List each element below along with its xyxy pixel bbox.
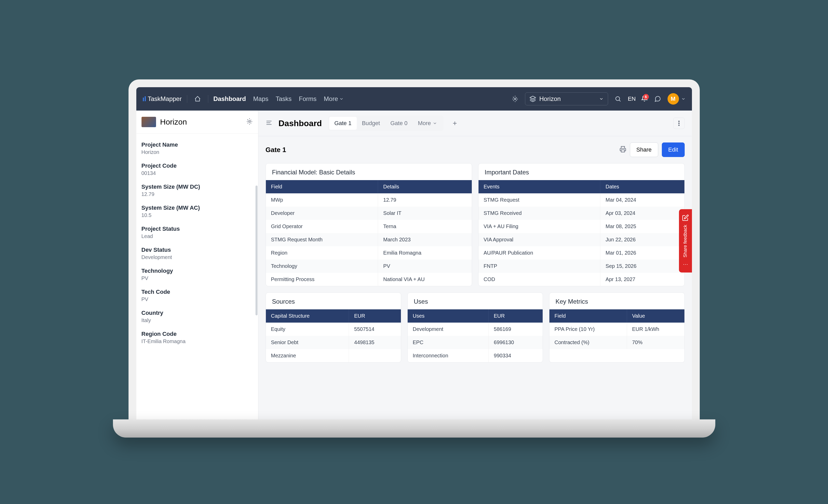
field-value: 10.5 [141, 212, 253, 218]
field-label: Country [141, 309, 253, 317]
nav-maps[interactable]: Maps [253, 95, 268, 102]
search-icon [615, 95, 621, 102]
table-row: Permitting ProcessNational VIA + AU [266, 273, 472, 286]
divider [187, 95, 187, 103]
chat-button[interactable] [653, 94, 662, 103]
chat-icon [654, 95, 661, 102]
field-block: System Size (MW AC)10.5 [141, 201, 253, 222]
card-title: Uses [408, 293, 543, 309]
table-row: RegionEmilia Romagna [266, 246, 472, 259]
user-menu[interactable]: M [667, 93, 686, 104]
feedback-label: Share feedback [682, 225, 688, 257]
tab-gate-1[interactable]: Gate 1 [329, 117, 357, 130]
table-row: FNTPSep 15, 2026 [479, 259, 685, 273]
scrollbar[interactable] [255, 185, 257, 315]
col-header: Field [266, 180, 378, 193]
add-tab-button[interactable]: + [450, 118, 460, 128]
field-label: System Size (MW DC) [141, 183, 253, 190]
search-button[interactable] [613, 94, 623, 103]
card-sources: Sources Capital Structure EUR Equity5507… [265, 292, 401, 363]
table-row: STMG ReceivedApr 03, 2024 [479, 207, 685, 220]
project-selector[interactable]: Horizon [525, 92, 608, 106]
gear-icon [512, 95, 519, 102]
nav-more[interactable]: More [324, 95, 344, 102]
field-label: Project Status [141, 225, 253, 232]
field-block: CountryItaly [141, 306, 253, 327]
nav-forms[interactable]: Forms [299, 95, 317, 102]
nav-tasks[interactable]: Tasks [276, 95, 292, 102]
settings-button[interactable] [510, 94, 520, 103]
svg-point-5 [678, 125, 679, 126]
chevron-down-icon [599, 96, 604, 101]
chevron-down-icon [339, 96, 344, 101]
tabs-more[interactable]: More [413, 117, 442, 130]
col-header: Dates [600, 180, 685, 193]
col-header: EUR [349, 309, 401, 323]
tab-budget[interactable]: Budget [357, 117, 385, 130]
field-value: Italy [141, 318, 253, 323]
menu-toggle[interactable] [265, 119, 273, 127]
card-uses: Uses Uses EUR Development586169 EPC69961… [407, 292, 543, 363]
selected-project: Horizon [539, 95, 596, 102]
table-row: STMG Request MonthMarch 2023 [266, 233, 472, 246]
sub-header: Gate 1 Share Edit [258, 136, 692, 163]
svg-point-0 [514, 98, 516, 100]
col-header: Value [627, 309, 685, 323]
table-row: Development586169 [408, 323, 543, 336]
chevron-down-icon [681, 96, 686, 101]
logo-icon: ıl [142, 95, 146, 103]
field-block: Project StatusLead [141, 222, 253, 243]
table-row: STMG RequestMar 04, 2024 [479, 193, 685, 207]
col-header: Capital Structure [266, 309, 349, 323]
table-row: MWp12.79 [266, 193, 472, 207]
table-row: TechnologyPV [266, 259, 472, 273]
sidebar-fields: Project NameHorizon Project Code00134 Sy… [136, 134, 258, 352]
field-value: IT-Emilia Romagna [141, 338, 253, 344]
edit-button[interactable]: Edit [662, 142, 685, 157]
project-settings-button[interactable] [246, 118, 253, 126]
share-button[interactable]: Share [630, 142, 658, 157]
card-title: Important Dates [479, 164, 685, 180]
top-navigation: ıl TaskMapper Dashboard Maps Tasks Forms… [136, 87, 692, 111]
field-value: PV [141, 276, 253, 281]
brand-logo[interactable]: ıl TaskMapper [142, 95, 182, 103]
field-block: Tech CodePV [141, 285, 253, 306]
print-button[interactable] [620, 146, 626, 154]
language-toggle[interactable]: EN [628, 95, 636, 102]
nav-links: Dashboard Maps Tasks Forms More [213, 95, 344, 102]
home-button[interactable] [193, 94, 203, 104]
card-title: Sources [266, 293, 401, 309]
nav-dashboard[interactable]: Dashboard [213, 95, 246, 102]
field-label: Region Code [141, 331, 253, 337]
card-important-dates: Important Dates Events Dates STMG Reques… [478, 163, 685, 286]
chevron-down-icon [432, 121, 437, 126]
gear-icon [246, 118, 253, 125]
feedback-tab[interactable]: Share feedback ⋯ [679, 209, 692, 272]
main-header: Dashboard Gate 1 Budget Gate 0 More + [258, 111, 692, 136]
field-value: PV [141, 296, 253, 302]
svg-point-4 [678, 123, 679, 124]
print-icon [620, 146, 626, 153]
table-row: Mezzanine [266, 349, 401, 362]
svg-point-1 [616, 96, 620, 100]
brand-name: TaskMapper [148, 95, 182, 102]
notifications[interactable]: 6 [641, 95, 648, 103]
more-icon: ⋯ [683, 261, 688, 267]
kebab-icon [675, 120, 682, 127]
col-header: Field [549, 309, 627, 323]
dashboard-content: Financial Model: Basic Details Field Det… [258, 163, 692, 425]
edit-icon [682, 214, 689, 221]
table-row: VIA ApprovalJun 22, 2026 [479, 233, 685, 246]
tab-gate-0[interactable]: Gate 0 [385, 117, 413, 130]
layers-icon [529, 95, 536, 102]
financial-table: Field Details MWp12.79 DeveloperSolar IT… [266, 180, 472, 286]
divider [208, 95, 208, 103]
more-options-button[interactable] [673, 118, 685, 129]
svg-point-2 [248, 121, 250, 123]
uses-table: Uses EUR Development586169 EPC6996130 In… [408, 309, 543, 362]
col-header: Events [479, 180, 600, 193]
field-block: Region CodeIT-Emilia Romagna [141, 327, 253, 348]
card-financial-model: Financial Model: Basic Details Field Det… [265, 163, 472, 286]
table-row: CODApr 13, 2027 [479, 273, 685, 286]
sources-table: Capital Structure EUR Equity5507514 Seni… [266, 309, 401, 362]
